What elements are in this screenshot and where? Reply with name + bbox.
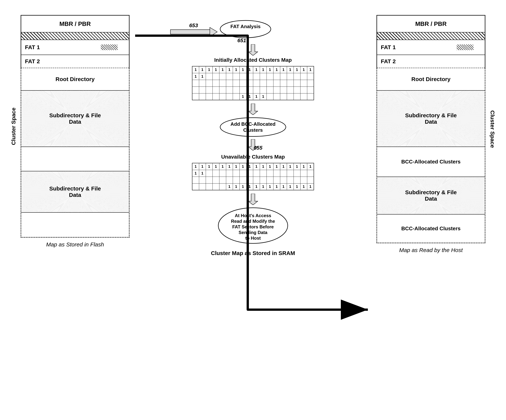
grid1-cell (233, 80, 240, 87)
grid2-cell: 1 (199, 163, 206, 170)
grid2-cell (273, 170, 280, 177)
main-container: Cluster Space MBR / PBR FAT 1 FAT (0, 0, 506, 420)
grid1-cell: 1 (240, 93, 246, 100)
grid1-cell (266, 93, 273, 100)
arrow651-section: 651 (237, 38, 269, 56)
svg-text:to Host: to Host (245, 235, 261, 240)
grid1-cell (307, 80, 314, 87)
right-bcc2-section: BCC-Allocated Clusters (377, 214, 485, 243)
grid1-cell (199, 80, 206, 87)
grid1-cell (246, 73, 253, 80)
grid2-cell (206, 170, 213, 177)
grid2-cell (300, 170, 307, 177)
grid2-cell: 1 (293, 163, 300, 170)
grid1-cell: 1 (246, 93, 253, 100)
grid2-cell: 1 (213, 163, 219, 170)
grid1-cell (273, 87, 280, 93)
grid2-cell: 1 (307, 163, 314, 170)
grid1-table: 111111111111111111111111 (192, 66, 314, 100)
grid2-cell: 1 (300, 183, 307, 190)
grid1-cell: 1 (226, 66, 233, 73)
grid1-cell (273, 73, 280, 80)
grid2-cell: 1 (219, 163, 226, 170)
left-fat1-section: FAT 1 (21, 40, 129, 55)
left-mbr-label: MBR / PBR (59, 20, 91, 27)
grid1-cell: 1 (199, 73, 206, 80)
fat-analysis-oval: FAT Analysis (219, 20, 272, 39)
grid1-cell: 1 (280, 66, 287, 73)
grid2-cell (307, 177, 314, 183)
svg-marker-6 (248, 44, 258, 56)
grid1-cell (260, 87, 266, 93)
grid1-cell (233, 93, 240, 100)
grid1-cell (206, 73, 213, 80)
left-mbr-section: MBR / PBR (21, 16, 129, 33)
cluster-space-left-label: Cluster Space (10, 107, 17, 145)
grid2-cell: 1 (280, 163, 287, 170)
grid2-cell (219, 177, 226, 183)
right-fat1-hatch (457, 45, 473, 50)
grid1-cell (287, 87, 293, 93)
grid1-cell (300, 93, 307, 100)
grid2-cell: 1 (192, 170, 199, 177)
grid1-cell (233, 73, 240, 80)
right-hatch-top (377, 33, 485, 40)
grid1-container: 111111111111111111111111 (192, 66, 314, 100)
add-bcc-oval: Add BCC-Allocated Clusters (219, 117, 287, 137)
left-root-dir-label: Root Directory (56, 76, 95, 82)
grid2-cell (226, 177, 233, 183)
right-subdir2-section: Subdirectory & FileData (377, 177, 485, 214)
unavailable-label: Unavailable Clusters Map (221, 154, 285, 160)
grid2-cell: 1 (273, 183, 280, 190)
grid1-cell (206, 87, 213, 93)
grid2-cell (293, 170, 300, 177)
grid1-cell: 1 (206, 66, 213, 73)
grid2-cell (192, 183, 199, 190)
grid1-cell (206, 93, 213, 100)
flash-map-wrapper: Cluster Space MBR / PBR FAT 1 FAT (21, 15, 129, 238)
arrow-down-651 (247, 44, 259, 56)
grid2-cell (246, 170, 253, 177)
svg-marker-12 (248, 194, 258, 205)
grid1-cell (260, 73, 266, 80)
grid1-cell (266, 80, 273, 87)
grid2-cell (273, 177, 280, 183)
right-bcc1-section: BCC-Allocated Clusters (377, 147, 485, 177)
right-fat2-section: FAT 2 (377, 55, 485, 68)
grid1-cell: 1 (240, 66, 246, 73)
grid2-cell (213, 170, 219, 177)
svg-text:FAT Sectors Before: FAT Sectors Before (232, 224, 274, 229)
grid2-cell: 1 (246, 183, 253, 190)
svg-rect-1 (170, 30, 210, 34)
grid1-cell (213, 87, 219, 93)
right-fat2-label: FAT 2 (381, 58, 396, 65)
grid1-cell (287, 93, 293, 100)
grid1-cell (219, 87, 226, 93)
grid2-cell (266, 177, 273, 183)
grid1-cell (240, 80, 246, 87)
grid1-cell (293, 73, 300, 80)
arrow-down-2-svg (247, 104, 259, 115)
grid1-cell (307, 73, 314, 80)
arrow-down-2 (247, 104, 259, 115)
left-subdir2-section: Subdirectory & FileData (21, 171, 129, 213)
grid2-cell (266, 170, 273, 177)
grid1-cell (206, 80, 213, 87)
grid1-cell: 1 (199, 66, 206, 73)
grid2-cell (293, 177, 300, 183)
grid2-cell: 1 (280, 183, 287, 190)
grid2-cell (240, 177, 246, 183)
grid1-cell (273, 93, 280, 100)
grid2-cell (280, 170, 287, 177)
arrow-down-4-svg (247, 194, 259, 205)
grid1-cell (213, 93, 219, 100)
grid2-cell: 1 (233, 183, 240, 190)
grid1-cell: 1 (300, 66, 307, 73)
left-empty-section (21, 147, 129, 171)
grid1-cell (253, 73, 260, 80)
grid1-cell (287, 80, 293, 87)
host-map-bottom-label: Map as Read by the Host (399, 247, 463, 253)
grid2-cell: 1 (240, 163, 246, 170)
grid1-cell (266, 87, 273, 93)
grid1-cell (226, 87, 233, 93)
